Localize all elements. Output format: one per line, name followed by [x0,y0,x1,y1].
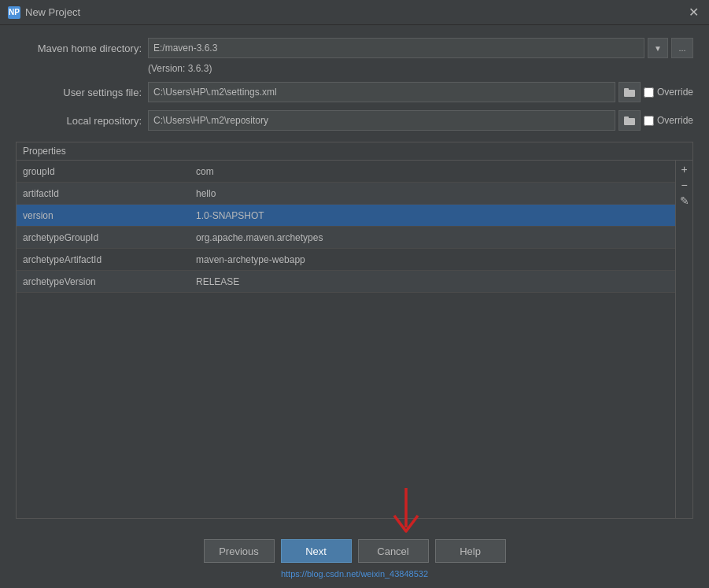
properties-title: Properties [17,142,692,161]
maven-home-browse-button[interactable]: ... [671,38,693,58]
prop-value: org.apache.maven.archetypes [190,232,675,243]
maven-home-input-group: ▼ ... [148,38,693,58]
window: NP New Project ✕ Maven home directory: ▼… [0,0,709,588]
table-row[interactable]: artifactIdhello [17,183,675,205]
maven-home-label: Maven home directory: [16,43,142,54]
next-button[interactable]: Next [281,539,352,563]
next-arrow-svg [386,484,426,539]
edit-property-button[interactable]: ✎ [678,194,692,208]
local-repo-input-group: Override [148,110,693,131]
bottom-section: Previous Next Cancel Help https://blog.c… [0,531,709,588]
maven-home-input[interactable] [148,38,644,58]
maven-home-row: Maven home directory: ▼ ... [16,38,693,58]
help-button[interactable]: Help [435,539,506,563]
local-repo-row: Local repository: Override [16,110,693,131]
local-repo-override-label: Override [657,115,693,126]
prop-key: groupId [17,166,190,177]
table-row[interactable]: archetypeGroupIdorg.apache.maven.archety… [17,227,675,249]
folder-icon-2 [624,116,635,125]
folder-icon [624,87,635,97]
prop-key: archetypeGroupId [17,232,190,243]
prop-key: archetypeArtifactId [17,254,190,265]
table-row[interactable]: archetypeArtifactIdmaven-archetype-webap… [17,249,675,271]
button-row: Previous Next Cancel Help [204,539,506,563]
table-row[interactable]: version1.0-SNAPSHOT [17,205,675,227]
user-settings-input-group: Override [148,82,693,102]
prop-value: maven-archetype-webapp [190,254,675,265]
prop-key: artifactId [17,188,190,199]
arrow-indicator [386,484,426,542]
prop-value: com [190,166,675,177]
user-settings-override-checkbox[interactable] [644,87,654,98]
user-settings-label: User settings file: [16,87,142,98]
prop-value: RELEASE [190,276,675,287]
svg-rect-0 [624,90,635,97]
properties-sidebar: + − ✎ [675,161,692,518]
prop-key: archetypeVersion [17,276,190,287]
watermark-link[interactable]: https://blog.csdn.net/weixin_43848532 [281,569,428,579]
previous-button[interactable]: Previous [204,539,275,563]
prop-key: version [17,210,190,221]
user-settings-override-group: Override [644,87,693,98]
dialog-content: Maven home directory: ▼ ... (Version: 3.… [0,25,709,531]
svg-rect-1 [624,88,629,91]
title-bar: NP New Project ✕ [0,0,709,25]
local-repo-override-group: Override [644,115,693,126]
remove-property-button[interactable]: − [678,178,692,192]
local-repo-input[interactable] [148,110,615,131]
table-row[interactable]: groupIdcom [17,161,675,183]
add-property-button[interactable]: + [678,162,692,176]
local-repo-browse-button[interactable] [619,110,641,131]
local-repo-override-checkbox[interactable] [644,116,654,126]
svg-rect-2 [624,118,635,125]
user-settings-row: User settings file: Override [16,82,693,102]
maven-version-text: (Version: 3.6.3) [148,63,693,74]
user-settings-override-label: Override [657,87,693,98]
prop-value: hello [190,188,675,199]
cancel-button[interactable]: Cancel [358,539,429,563]
user-settings-browse-button[interactable] [619,82,641,102]
user-settings-input[interactable] [148,82,615,102]
prop-value: 1.0-SNAPSHOT [190,210,675,221]
window-title: New Project [25,6,685,18]
table-row[interactable]: archetypeVersionRELEASE [17,271,675,293]
properties-section: Properties groupIdcomartifactIdhellovers… [16,142,693,519]
properties-table-container: groupIdcomartifactIdhelloversion1.0-SNAP… [17,161,692,518]
properties-table: groupIdcomartifactIdhelloversion1.0-SNAP… [17,161,675,518]
local-repo-label: Local repository: [16,115,142,127]
svg-rect-3 [624,116,629,119]
maven-home-dropdown-button[interactable]: ▼ [648,38,668,58]
close-button[interactable]: ✕ [685,5,701,20]
app-icon: NP [8,6,20,19]
